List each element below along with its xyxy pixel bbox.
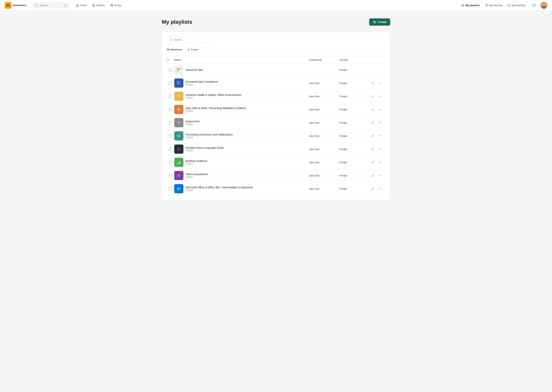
- checkbox-saved-for-later[interactable]: [169, 68, 172, 71]
- nav-my-learning[interactable]: My learning: [483, 3, 504, 8]
- playlist-thumb-talent-acquisitions: [174, 171, 183, 180]
- nav-home[interactable]: Home: [74, 3, 89, 8]
- edit-icon[interactable]: [370, 133, 376, 139]
- row-checkbox-curated-data-compliance[interactable]: [167, 82, 174, 84]
- playlist-icon: [461, 4, 465, 7]
- table-row: Promoting connection and collaboration P…: [167, 129, 385, 143]
- notification-button[interactable]: [530, 2, 537, 9]
- export-button[interactable]: Export: [184, 47, 201, 52]
- row-name-title-talent-acquisitions[interactable]: Talent Acquisitions: [186, 173, 208, 176]
- logo[interactable]: BANKMEGA: [5, 2, 27, 9]
- row-name-sub-enhance-health-safety: Playlist: [186, 97, 241, 99]
- edit-icon[interactable]: [370, 186, 376, 191]
- row-name-sub-ergonomics: Playlist: [186, 123, 200, 126]
- edit-icon[interactable]: [370, 94, 376, 99]
- checkbox-enhance-health-safety[interactable]: [169, 95, 172, 98]
- row-checkbox-stay-safe-work[interactable]: [167, 108, 174, 111]
- nav-group[interactable]: Group: [108, 3, 124, 8]
- svg-point-54: [380, 162, 381, 163]
- row-name-title-saved-for-later[interactable]: Saved for later: [186, 68, 203, 71]
- svg-point-37: [380, 123, 381, 123]
- checkbox-ergonomics[interactable]: [169, 121, 172, 124]
- more-icon[interactable]: [377, 133, 382, 139]
- header-name[interactable]: Name: [174, 58, 309, 61]
- more-icon[interactable]: [377, 120, 382, 125]
- svg-point-57: [378, 175, 379, 176]
- checkbox-curated-data-compliance[interactable]: [169, 82, 172, 84]
- row-name-title-curated-data-compliance[interactable]: [Curated] Data Compliance: [186, 80, 218, 83]
- checkbox-building-resilience[interactable]: [169, 161, 172, 164]
- logo-label: BANKMEGA: [13, 4, 27, 7]
- more-icon[interactable]: [377, 186, 382, 191]
- checkbox-promoting-connection[interactable]: [169, 134, 172, 137]
- svg-rect-14: [373, 23, 375, 23]
- row-checkbox-building-resilience[interactable]: [167, 161, 174, 164]
- nav-my-playlists[interactable]: My playlists: [459, 3, 482, 8]
- sort-icon: [182, 59, 184, 61]
- row-name-sub-talent-acquisitions: Playlist: [186, 176, 208, 178]
- row-checkbox-saved-for-later[interactable]: [167, 68, 174, 71]
- search-shortcut: /: [64, 4, 66, 7]
- row-name-title-microsoft-office[interactable]: Microsoft Office & Office 365 - Intermed…: [186, 186, 253, 189]
- svg-point-23: [378, 83, 379, 84]
- row-checkbox-promoting-connection[interactable]: [167, 134, 174, 137]
- row-checkbox-rosetta-stone[interactable]: [167, 147, 174, 151]
- row-name-title-building-resilience[interactable]: Building resilience: [186, 160, 207, 162]
- row-name-title-stay-safe-work[interactable]: Stay Safe at Work: Preventing Workplace …: [186, 107, 246, 110]
- edit-icon[interactable]: [370, 120, 376, 125]
- row-checkbox-enhance-health-safety[interactable]: [167, 95, 174, 98]
- row-name-title-ergonomics[interactable]: Ergonomics: [186, 120, 200, 123]
- more-icon[interactable]: [377, 107, 382, 112]
- row-access-rosetta-stone: Private: [340, 148, 370, 151]
- card-search: [167, 36, 385, 43]
- more-icon[interactable]: [377, 94, 382, 99]
- checkbox-rosetta-stone[interactable]: [169, 147, 172, 151]
- svg-point-4: [112, 4, 113, 5]
- row-created-by-enhance-health-safety: Jane Doe: [309, 95, 340, 98]
- create-button[interactable]: Create: [369, 18, 390, 26]
- svg-point-36: [379, 123, 380, 123]
- search-input[interactable]: [39, 4, 63, 7]
- edit-icon[interactable]: [370, 160, 376, 165]
- card-search-wrapper[interactable]: [167, 36, 212, 43]
- svg-rect-61: [178, 187, 181, 190]
- svg-rect-34: [178, 124, 180, 124]
- row-name-cell-rosetta-stone: Rosetta Stone Languages Suite Playlist: [174, 145, 309, 154]
- edit-icon[interactable]: [370, 173, 376, 178]
- table-row: [Curated] Data Compliance Playlist Jane …: [167, 77, 385, 90]
- row-name-title-enhance-health-safety[interactable]: Enhance Health & Safety: Office Environm…: [186, 93, 241, 97]
- checkbox-microsoft-office[interactable]: [169, 187, 172, 190]
- nav-explore[interactable]: Explore: [90, 3, 107, 8]
- row-checkbox-ergonomics[interactable]: [167, 121, 174, 124]
- edit-icon[interactable]: [370, 147, 376, 152]
- playlists-card: 15 resources Export Name Created: [162, 32, 390, 200]
- svg-point-31: [379, 109, 380, 110]
- nav-right-links: My playlists My learning My teaching: [459, 3, 527, 8]
- checkbox-stay-safe-work[interactable]: [169, 108, 172, 111]
- header-checkbox[interactable]: [167, 58, 174, 61]
- more-icon[interactable]: [377, 147, 382, 152]
- playlist-search-input[interactable]: [174, 38, 208, 41]
- more-icon[interactable]: [377, 160, 382, 165]
- more-icon[interactable]: [377, 173, 382, 178]
- checkbox-talent-acquisitions[interactable]: [169, 174, 172, 177]
- nav-my-teaching[interactable]: My teaching: [505, 3, 527, 8]
- row-name-title-promoting-connection[interactable]: Promoting connection and collaboration: [186, 133, 233, 136]
- row-name-title-rosetta-stone[interactable]: Rosetta Stone Languages Suite: [186, 146, 224, 149]
- svg-point-35: [378, 123, 379, 123]
- row-name-sub-curated-data-compliance: Playlist: [186, 83, 218, 86]
- avatar[interactable]: [540, 2, 547, 9]
- global-search[interactable]: /: [33, 2, 69, 8]
- select-all-checkbox[interactable]: [167, 58, 169, 61]
- playlist-thumb-promoting-connection: [174, 131, 183, 140]
- edit-icon[interactable]: [370, 80, 376, 86]
- edit-icon[interactable]: [370, 107, 376, 112]
- row-created-by-rosetta-stone: Jane Doe: [309, 148, 340, 151]
- svg-rect-48: [177, 163, 178, 164]
- row-actions: [370, 160, 385, 165]
- svg-point-56: [179, 175, 180, 176]
- row-checkbox-microsoft-office[interactable]: [167, 187, 174, 190]
- row-checkbox-talent-acquisitions[interactable]: [167, 174, 174, 177]
- more-icon[interactable]: [377, 80, 382, 86]
- svg-point-46: [379, 149, 380, 149]
